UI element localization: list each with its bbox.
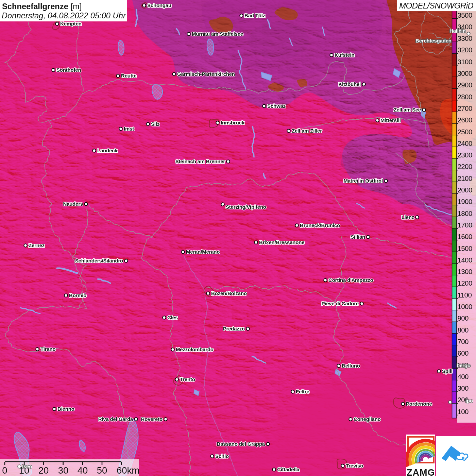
svg-text:Treviso: Treviso — [346, 463, 363, 469]
svg-text:2600: 2600 — [458, 116, 472, 124]
svg-text:Matrei in Osttirol: Matrei in Osttirol — [343, 178, 383, 184]
svg-text:2000: 2000 — [458, 186, 472, 194]
svg-text:2900: 2900 — [458, 81, 472, 89]
svg-text:100: 100 — [458, 408, 469, 415]
svg-text:Spili: Spili — [442, 368, 453, 374]
svg-text:Tirano: Tirano — [40, 346, 55, 352]
svg-text:800: 800 — [458, 326, 469, 334]
svg-text:3500: 3500 — [458, 11, 472, 19]
svg-text:2100: 2100 — [458, 174, 472, 182]
svg-text:Belluno: Belluno — [342, 363, 360, 369]
svg-text:Bassano del Grappa: Bassano del Grappa — [217, 441, 265, 447]
svg-text:Imst: Imst — [124, 126, 134, 132]
svg-text:700: 700 — [458, 338, 469, 345]
svg-text:50: 50 — [97, 465, 107, 476]
svg-text:Schio: Schio — [215, 453, 229, 459]
svg-text:1800: 1800 — [458, 209, 472, 217]
svg-text:Brixen/Bressanone: Brixen/Bressanone — [259, 239, 304, 245]
svg-text:Schwaz: Schwaz — [267, 103, 286, 109]
svg-text:Hallein: Hallein — [449, 28, 466, 34]
svg-text:Zell am Ziller: Zell am Ziller — [292, 128, 322, 134]
svg-text:Landeck: Landeck — [97, 148, 118, 153]
svg-text:ipo: ipo — [465, 398, 473, 404]
svg-text:Schneefallgrenze [m]: Schneefallgrenze [m] — [2, 2, 82, 11]
svg-text:900: 900 — [458, 314, 469, 322]
svg-text:1200: 1200 — [458, 279, 472, 287]
svg-text:1300: 1300 — [458, 268, 472, 275]
svg-text:Zell am See: Zell am See — [394, 107, 421, 113]
svg-text:3200: 3200 — [458, 46, 472, 54]
svg-text:1000: 1000 — [458, 303, 472, 310]
svg-text:0: 0 — [2, 465, 7, 476]
svg-text:300: 300 — [458, 384, 469, 392]
svg-text:1600: 1600 — [458, 233, 472, 240]
svg-text:Bozen/Bolzano: Bozen/Bolzano — [211, 290, 247, 296]
svg-text:1500: 1500 — [458, 244, 472, 252]
svg-text:Sonthofen: Sonthofen — [56, 67, 81, 73]
svg-text:Reutte: Reutte — [121, 73, 136, 79]
svg-text:3300: 3300 — [458, 34, 472, 42]
svg-text:1400: 1400 — [458, 256, 472, 264]
svg-text:Murnau am Staffelsee: Murnau am Staffelsee — [192, 31, 243, 37]
svg-text:Predazzo: Predazzo — [223, 326, 245, 332]
svg-text:400: 400 — [458, 373, 469, 380]
svg-text:Kitzbühel: Kitzbühel — [338, 81, 361, 87]
svg-text:Cortina d'Ampezzo: Cortina d'Ampezzo — [328, 277, 373, 283]
svg-text:Nauders: Nauders — [63, 201, 83, 207]
svg-text:Rovereto: Rovereto — [141, 416, 163, 422]
svg-text:Trento: Trento — [180, 376, 195, 382]
svg-text:2500: 2500 — [458, 128, 472, 136]
svg-text:2800: 2800 — [458, 93, 472, 101]
svg-text:Bruneck/Brunico: Bruneck/Brunico — [300, 222, 340, 228]
svg-text:Berchtesgaden: Berchtesgaden — [415, 38, 452, 44]
svg-text:2300: 2300 — [458, 151, 472, 159]
svg-text:Kufstein: Kufstein — [335, 52, 354, 58]
svg-text:bergo: bergo — [457, 362, 471, 368]
svg-text:30: 30 — [58, 465, 69, 476]
svg-text:ZAMG: ZAMG — [407, 468, 435, 476]
svg-text:Cittadella: Cittadella — [277, 466, 300, 472]
svg-text:Steinach am Brenner: Steinach am Brenner — [175, 158, 225, 164]
svg-text:Pordenone: Pordenone — [406, 401, 432, 407]
svg-text:Innsbruck: Innsbruck — [221, 120, 245, 125]
svg-text:Iseo: Iseo — [22, 463, 32, 469]
svg-text:1900: 1900 — [458, 198, 472, 205]
svg-text:Schongau: Schongau — [147, 2, 171, 8]
svg-text:2700: 2700 — [458, 104, 472, 112]
svg-text:MODEL/SNOWGRiD: MODEL/SNOWGRiD — [399, 1, 474, 10]
svg-text:3000: 3000 — [458, 69, 472, 77]
svg-text:Conegliano: Conegliano — [354, 416, 381, 422]
svg-text:Pieve di Cadore: Pieve di Cadore — [321, 301, 359, 306]
svg-text:1700: 1700 — [458, 221, 472, 229]
svg-text:Mittersill: Mittersill — [380, 117, 401, 123]
svg-text:2400: 2400 — [458, 139, 472, 147]
svg-text:Lienz: Lienz — [402, 214, 414, 220]
svg-text:Mezzolombardo: Mezzolombardo — [176, 346, 214, 352]
svg-text:2200: 2200 — [458, 163, 472, 170]
svg-text:600: 600 — [458, 349, 469, 357]
svg-text:60km: 60km — [117, 465, 139, 476]
svg-text:20: 20 — [38, 465, 49, 476]
svg-text:40: 40 — [78, 465, 88, 476]
svg-text:Donnerstag, 04.08.2022 05:00 U: Donnerstag, 04.08.2022 05:00 Uhr — [2, 11, 126, 20]
svg-text:Zernez: Zernez — [29, 242, 45, 248]
svg-text:Cles: Cles — [167, 314, 178, 320]
svg-text:Garmisch-Partenkirchen: Garmisch-Partenkirchen — [177, 71, 235, 77]
svg-text:Bormio: Bormio — [69, 292, 86, 298]
svg-text:Sillian: Sillian — [351, 234, 365, 240]
svg-text:Bad Tölz: Bad Tölz — [244, 13, 265, 18]
svg-text:Silz: Silz — [151, 121, 159, 127]
svg-text:Riva del Garda: Riva del Garda — [98, 416, 133, 422]
svg-text:Bienno: Bienno — [57, 406, 74, 412]
svg-text:Meran/Merano: Meran/Merano — [186, 249, 220, 255]
svg-text:Feltre: Feltre — [296, 389, 309, 394]
svg-text:3100: 3100 — [458, 58, 472, 66]
svg-text:Schlanders/Silandro: Schlanders/Silandro — [75, 258, 123, 264]
svg-text:Sterzing/Vipiteno: Sterzing/Vipiteno — [226, 204, 266, 210]
svg-text:1100: 1100 — [458, 291, 472, 299]
svg-text:Kempten: Kempten — [60, 21, 82, 27]
